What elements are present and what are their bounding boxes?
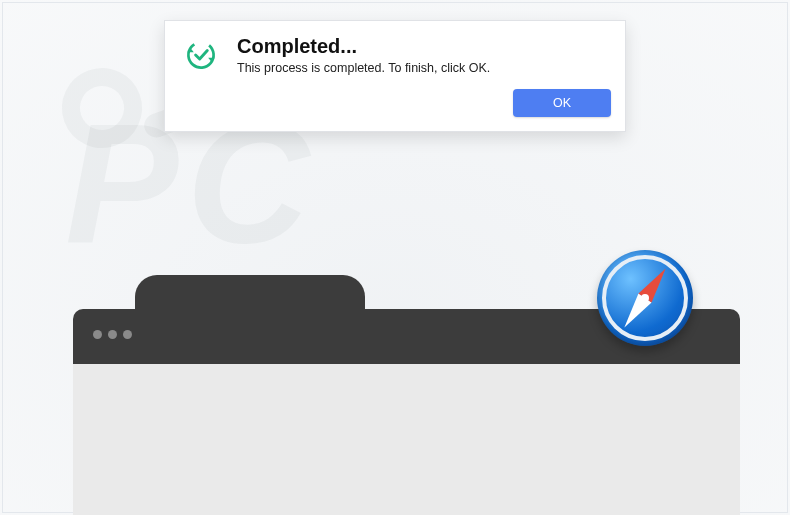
dialog-title: Completed...: [237, 35, 490, 58]
svg-point-0: [183, 37, 219, 73]
zoom-dot-icon: [123, 330, 132, 339]
dialog-message: This process is completed. To finish, cl…: [237, 61, 490, 75]
ok-button[interactable]: OK: [513, 89, 611, 117]
close-dot-icon: [93, 330, 102, 339]
browser-window: [73, 275, 740, 515]
safari-compass-icon: [597, 250, 693, 346]
browser-content-area: [73, 364, 740, 515]
refresh-check-icon: [183, 37, 219, 73]
completion-dialog: Completed... This process is completed. …: [164, 20, 626, 132]
window-controls: [93, 330, 132, 339]
minimize-dot-icon: [108, 330, 117, 339]
